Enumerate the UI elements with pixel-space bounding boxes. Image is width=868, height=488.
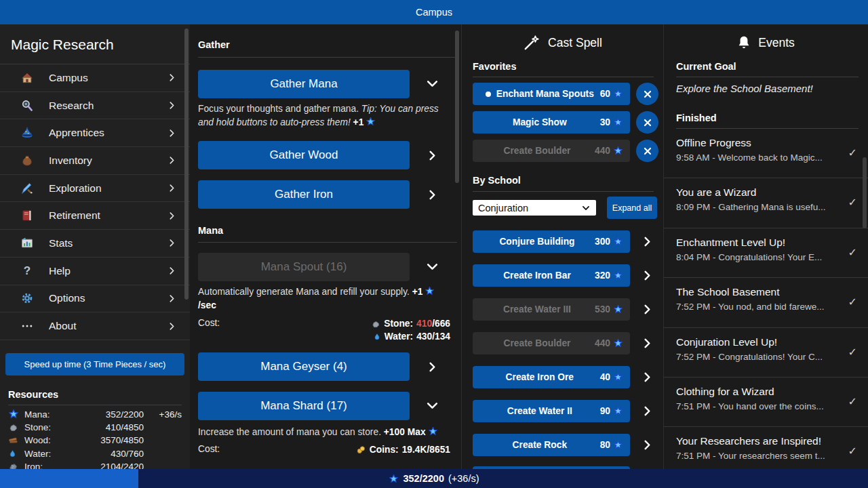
spell-cost: 320 [595, 270, 610, 281]
sidebar-item-retirement[interactable]: Retirement [0, 202, 190, 230]
spell-button-create-water-ii[interactable]: Create Water II 90 [473, 400, 630, 422]
sidebar-item-apprentices[interactable]: Apprentices [0, 119, 190, 147]
remove-favorite-button[interactable] [636, 111, 658, 134]
chevron-right-icon[interactable] [637, 230, 657, 253]
expand-all-button[interactable]: Expand all [607, 197, 657, 219]
resource-row-stone: Stone: 410/4850 [0, 421, 190, 434]
spell-button-conjure-building[interactable]: Conjure Building 300 [473, 230, 630, 253]
coins-cost-line: Coins: 19.4K/8651 [356, 443, 450, 456]
chevron-right-icon [167, 294, 176, 303]
sidebar-item-exploration[interactable]: Exploration [0, 175, 190, 203]
bell-icon [737, 35, 751, 50]
mana-rate: (+36/s) [448, 473, 479, 484]
mana-value: 352/2200 [403, 473, 443, 484]
spell-cost: 300 [595, 237, 610, 247]
chevron-down-icon[interactable] [422, 257, 442, 276]
gather-wood-button[interactable]: Gather Wood [198, 141, 410, 169]
event-title: The School Basement [676, 286, 841, 298]
chevron-right-icon[interactable] [422, 185, 442, 204]
spell-button-create-water-iii[interactable]: Create Water III 530 [473, 298, 630, 321]
divider [473, 77, 654, 77]
spell-button-create-boulder[interactable]: Create Boulder 440 [473, 332, 630, 354]
spell-cost: 440 [595, 146, 610, 156]
spell-cost: 530 [595, 304, 610, 314]
gather-iron-button[interactable]: Gather Iron [198, 180, 410, 209]
chevron-right-icon[interactable] [637, 264, 657, 287]
current-goal-text: Explore the School Basement! [676, 83, 813, 94]
chevron-down-icon[interactable] [422, 396, 442, 415]
sidebar-item-about[interactable]: About [0, 312, 190, 340]
spell-cost: 80 [600, 440, 610, 450]
gather-mana-button[interactable]: Gather Mana [198, 70, 410, 98]
mana-star-icon [613, 304, 623, 314]
chevron-right-icon[interactable] [422, 146, 442, 165]
sidebar-item-research[interactable]: Research [0, 92, 190, 120]
sidebar-item-inventory[interactable]: Inventory [0, 147, 190, 175]
resource-row-wood: Wood: 3570/4850 [0, 434, 190, 447]
spell-button-enchant-mana-spouts[interactable]: Enchant Mana Spouts 60 [473, 83, 630, 105]
sidebar-item-options[interactable]: Options [0, 285, 190, 313]
spell-button-create-iron-bar[interactable]: Create Iron Bar 320 [473, 264, 630, 287]
event-subtitle: 7:51 PM - You hand over the coins... [676, 401, 841, 411]
chevron-down-icon[interactable] [422, 74, 442, 93]
event-item: Your Researchers are Inspired! 7:51 PM -… [664, 427, 868, 469]
event-subtitle: 7:52 PM - Congratulations! Your C... [676, 352, 841, 362]
cost-label: Cost: [198, 443, 220, 454]
sidebar-item-label: Inventory [49, 155, 167, 167]
sidebar-item-campus[interactable]: Campus [0, 64, 190, 92]
mana-spout-button[interactable]: Mana Spout (16) [198, 253, 410, 281]
mana-progress-bar: 352/2200 (+36/s) [0, 469, 868, 488]
chevron-right-icon[interactable] [422, 357, 442, 376]
school-select[interactable]: Conjuration [473, 200, 596, 216]
spell-button-create-rock[interactable]: Create Rock 80 [473, 434, 630, 456]
chevron-right-icon[interactable] [637, 400, 657, 422]
events-scrollbar[interactable] [863, 157, 867, 228]
sidebar-item-label: Help [49, 265, 167, 277]
spell-button-magic-show[interactable]: Magic Show 30 [473, 111, 630, 134]
gather-scrollbar[interactable] [455, 30, 459, 183]
spell-button-create-boulder[interactable]: Create Boulder 440 [473, 140, 630, 162]
event-title: Your Researchers are Inspired! [676, 435, 841, 447]
chevron-right-icon[interactable] [637, 434, 657, 456]
ellipsis-icon [20, 319, 34, 333]
cost-value: 430/134 [416, 330, 450, 343]
event-item: The School Basement 7:52 PM - You nod, a… [664, 278, 868, 327]
sidebar-item-label: Apprentices [49, 127, 167, 139]
resource-value: 430/760 [84, 449, 144, 459]
spell-row: Create Rock 80 [462, 434, 663, 456]
chevron-right-icon[interactable] [637, 332, 657, 354]
check-icon: ✓ [848, 296, 857, 308]
mana-geyser-button[interactable]: Mana Geyser (4) [198, 352, 410, 381]
check-icon: ✓ [848, 196, 857, 209]
sidebar-scrollbar[interactable] [184, 28, 189, 300]
check-icon: ✓ [848, 246, 857, 259]
mana-star-icon [613, 117, 623, 127]
mana-star-icon [389, 474, 399, 484]
desc-text: Automatically generate Mana and refill y… [198, 287, 410, 297]
desc-bonus: +1 [353, 117, 364, 127]
sidebar-item-help[interactable]: ? Help [0, 258, 190, 285]
remove-favorite-button[interactable] [636, 83, 658, 105]
events-title-text: Events [758, 36, 795, 50]
cast-spell-column: Cast Spell Favorites Enchant Mana Spouts… [461, 24, 663, 469]
magnifier-icon [20, 99, 34, 113]
spell-button-create-iron-ore[interactable]: Create Iron Ore 40 [473, 366, 630, 388]
sidebar-item-label: Exploration [49, 182, 167, 195]
mana-star-icon [613, 338, 623, 348]
cost-resource-name: Coins: [370, 443, 399, 456]
sidebar-item-stats[interactable]: Stats [0, 230, 190, 258]
sidebar: Magic Research Campus Research Apprentic… [0, 24, 190, 469]
chevron-right-icon[interactable] [637, 298, 657, 321]
remove-favorite-button[interactable] [636, 140, 658, 162]
chevron-right-icon [167, 129, 176, 138]
speed-up-time-button[interactable]: Speed up time (3 Time Pieces / sec) [5, 353, 184, 375]
chevron-right-icon[interactable] [637, 366, 657, 388]
mana-shard-cost: Cost: Coins: 19.4K/8651 [198, 443, 450, 456]
chevron-right-icon [167, 239, 176, 247]
mana-shard-button[interactable]: Mana Shard (17) [198, 392, 410, 420]
wood-icon [8, 435, 20, 445]
events-column: Events Current Goal Explore the School B… [663, 24, 868, 469]
event-item: You are a Wizard 8:09 PM - Gathering Man… [664, 178, 868, 228]
chevron-right-icon [167, 266, 176, 275]
water-cost-line: Water: 430/134 [371, 330, 450, 343]
